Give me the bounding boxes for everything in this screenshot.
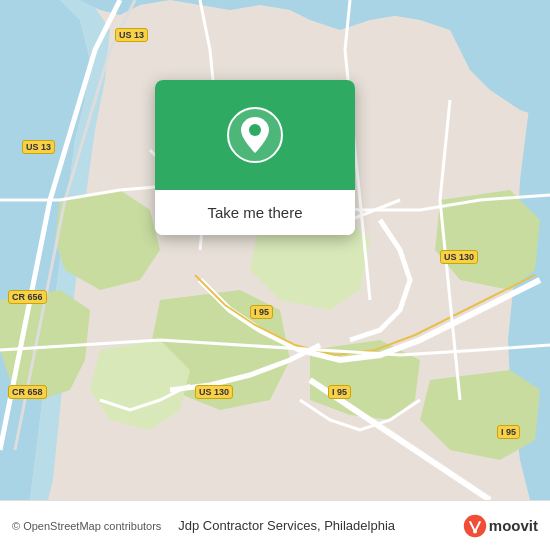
moovit-logo: moovit [463, 514, 538, 538]
bottom-bar: © OpenStreetMap contributors Jdp Contrac… [0, 500, 550, 550]
popup-card: Take me there [155, 80, 355, 235]
svg-point-4 [473, 529, 477, 533]
moovit-icon [463, 514, 487, 538]
location-pin-icon [227, 107, 283, 163]
route-badge-cr656: CR 656 [8, 290, 47, 304]
route-badge-us130-right: US 130 [440, 250, 478, 264]
osm-credit: © OpenStreetMap contributors [12, 520, 161, 532]
popup-header [155, 80, 355, 190]
route-badge-i95-mid: I 95 [250, 305, 273, 319]
route-badge-i95-bot: I 95 [328, 385, 351, 399]
route-badge-us13-mid: US 13 [22, 140, 55, 154]
route-badge-cr658: CR 658 [8, 385, 47, 399]
place-name: Jdp Contractor Services, Philadelphia [178, 518, 395, 533]
route-badge-us13-top: US 13 [115, 28, 148, 42]
svg-point-2 [249, 124, 261, 136]
moovit-text: moovit [489, 517, 538, 534]
route-badge-i95-right: I 95 [497, 425, 520, 439]
map-container: US 13 US 13 US 130 I 95 US 130 I 95 I 95… [0, 0, 550, 500]
take-me-there-button[interactable]: Take me there [155, 190, 355, 235]
svg-point-3 [464, 514, 486, 536]
route-badge-us130-bot: US 130 [195, 385, 233, 399]
